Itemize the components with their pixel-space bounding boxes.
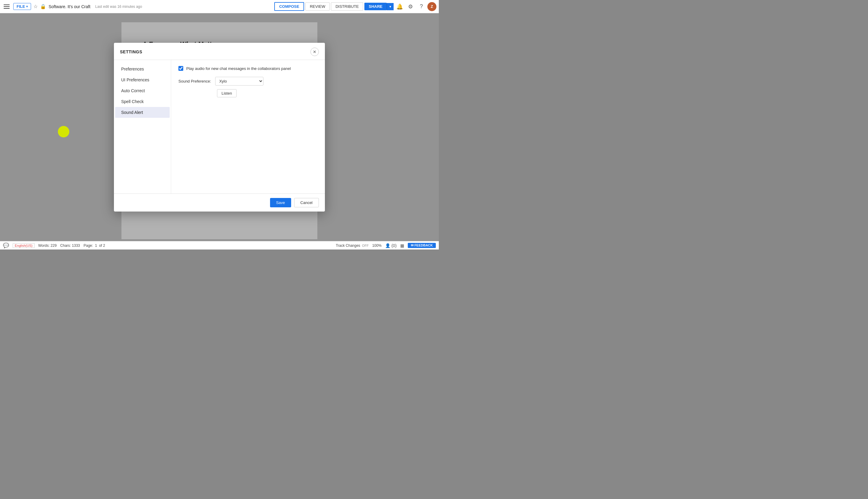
track-changes-toggle[interactable]: OFF — [362, 244, 369, 247]
chat-icon[interactable]: 💬 — [3, 243, 9, 248]
chars-label: Chars: 1333 — [60, 243, 80, 248]
last-edit-text: Last edit was 16 minutes ago — [95, 4, 142, 9]
dialog-close-button[interactable]: ✕ — [310, 48, 319, 56]
language-badge[interactable]: English(US) — [13, 243, 35, 248]
listen-button[interactable]: Listen — [217, 89, 236, 97]
nav-item-ui-preferences[interactable]: UI Preferences — [115, 74, 170, 85]
distribute-tab[interactable]: DISTRIBUTE — [331, 2, 363, 11]
listen-row: Listen — [179, 89, 318, 97]
feedback-button[interactable]: ✉ FEEDBACK — [408, 243, 436, 248]
sound-pref-label: Sound Preference: — [179, 79, 211, 84]
cancel-button[interactable]: Cancel — [294, 198, 319, 207]
play-audio-label: Play audio for new chat messages in the … — [186, 66, 291, 71]
toolbar-right: COMPOSE REVIEW DISTRIBUTE SHARE ▾ 🔔 ⚙ ? … — [274, 2, 437, 11]
notifications-icon[interactable]: 🔔 — [395, 2, 404, 11]
dialog-header: SETTINGS ✕ — [114, 43, 325, 60]
doc-title: Software. It's our Craft — [49, 4, 90, 9]
view-toggle-icon[interactable]: ▦ — [400, 243, 404, 248]
avatar[interactable]: Z — [427, 2, 437, 11]
nav-item-preferences[interactable]: Preferences — [115, 64, 170, 74]
sound-select[interactable]: Xylo Bell Chime Ping — [215, 77, 264, 86]
review-tab[interactable]: REVIEW — [305, 2, 330, 11]
file-label: FILE — [16, 4, 25, 9]
save-button[interactable]: Save — [270, 198, 291, 207]
file-caret-icon: ▾ — [26, 5, 28, 8]
dialog-footer: Save Cancel — [114, 193, 325, 211]
track-changes-label: Track Changes — [336, 243, 360, 248]
favorite-icon[interactable]: ☆ — [34, 4, 38, 9]
track-changes-area: Track Changes OFF — [336, 243, 369, 248]
status-bar-right: Track Changes OFF 100% 👤 (0) ▦ ✉ FEEDBAC… — [336, 243, 436, 248]
settings-dialog: SETTINGS ✕ Preferences UI Preferences Au… — [114, 43, 325, 211]
help-icon[interactable]: ? — [416, 2, 426, 11]
share-area: SHARE ▾ — [364, 3, 394, 10]
highlight-dot — [58, 126, 69, 137]
settings-icon[interactable]: ⚙ — [406, 2, 415, 11]
dialog-content: Play audio for new chat messages in the … — [171, 60, 325, 193]
menu-icon[interactable] — [2, 2, 11, 11]
play-audio-checkbox[interactable] — [179, 66, 183, 71]
main-area: A Focus on What Matters Zoho is committe… — [0, 13, 439, 241]
share-button[interactable]: SHARE — [364, 3, 387, 10]
nav-item-spell-check[interactable]: Spell Check — [115, 96, 170, 107]
lock-icon[interactable]: 🔒 — [40, 4, 46, 9]
nav-item-sound-alert[interactable]: Sound Alert — [115, 107, 170, 118]
share-dropdown-button[interactable]: ▾ — [387, 3, 394, 10]
play-audio-row: Play audio for new chat messages in the … — [179, 66, 318, 71]
status-bar: 💬 English(US) Words: 229 Chars: 1333 Pag… — [0, 241, 439, 250]
collaborators-icon[interactable]: 👤 (0) — [385, 243, 396, 248]
zoom-level[interactable]: 100% — [372, 243, 381, 248]
compose-tab[interactable]: COMPOSE — [274, 2, 304, 11]
sound-preference-row: Sound Preference: Xylo Bell Chime Ping — [179, 77, 318, 86]
dialog-body: Preferences UI Preferences Auto Correct … — [114, 60, 325, 193]
toolbar: FILE ▾ ☆ 🔒 Software. It's our Craft Last… — [0, 0, 439, 13]
words-label: Words: 229 — [38, 243, 57, 248]
status-bar-left: 💬 English(US) Words: 229 Chars: 1333 Pag… — [3, 243, 331, 248]
nav-item-auto-correct[interactable]: Auto Correct — [115, 85, 170, 96]
page-info: Page: 1 of 2 — [84, 243, 105, 248]
modal-overlay: SETTINGS ✕ Preferences UI Preferences Au… — [0, 13, 439, 241]
dialog-sidebar: Preferences UI Preferences Auto Correct … — [114, 60, 171, 193]
dialog-title: SETTINGS — [120, 49, 142, 54]
file-menu-button[interactable]: FILE ▾ — [13, 3, 31, 10]
toolbar-left: FILE ▾ ☆ 🔒 Software. It's our Craft Last… — [2, 2, 274, 11]
